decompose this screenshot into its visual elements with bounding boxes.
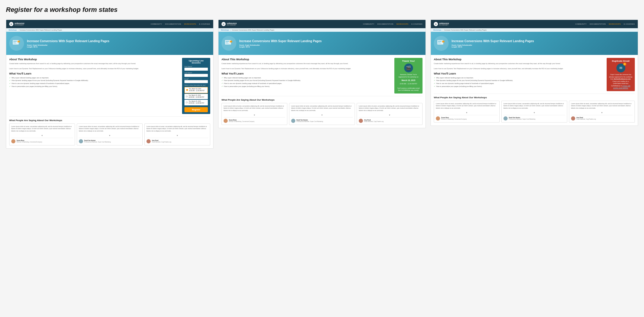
- author-avatar-2-2: [291, 119, 295, 123]
- nav-documentation[interactable]: DOCUMENTATION: [165, 23, 181, 25]
- nav-community-2[interactable]: COMMUNITY: [363, 23, 374, 25]
- testimonials-title: What People Are Saying About Our Worksho…: [9, 119, 210, 122]
- author-info-3-1: Susan Bone Director of Marketing, Conver…: [441, 117, 467, 120]
- navbar-2: U unbounce ACADEMY COMMUNITY DOCUMENTATI…: [219, 20, 425, 28]
- author-role-1: Director of Marketing, ConversionCompany: [17, 141, 42, 143]
- testimonial-arrow-3: ▼: [146, 134, 208, 137]
- testimonial-text-2: Lorem ipsum dolor sit amet, consectetur …: [79, 126, 141, 132]
- hero-title-2: Increase Conversions With Super Relevant…: [239, 39, 322, 43]
- author-role-3: Head Marketer, CopyTraders.org: [152, 141, 171, 143]
- logo: U unbounce ACADEMY: [9, 22, 24, 26]
- testimonial-arrow-2-1: ▼: [224, 114, 285, 116]
- author-role-3-3: Head Marketer, CopyTraders.org: [576, 118, 596, 120]
- nav-workshops-2[interactable]: WORKSHOPS: [396, 23, 409, 25]
- breadcrumb-sep-2: |: [230, 29, 230, 31]
- hero-content: Increase Conversions With Super Relevant…: [27, 39, 109, 48]
- nav-links-3: COMMUNITY DOCUMENTATION WORKSHOPS E-COUR…: [575, 23, 635, 25]
- testimonial-author-2-1: Susan Bone Director of Marketing, Conver…: [224, 117, 285, 123]
- testimonial-author-2-2: David Van Houten Professional Marketer, …: [291, 117, 353, 123]
- testimonial-author-3-2: David Van Houten Professional Marketer, …: [503, 115, 565, 121]
- breadcrumb-3: Workshops | Increase Conversions With Su…: [431, 28, 638, 32]
- author-info-2: David Van Houten Professional Marketer, …: [84, 140, 111, 143]
- email-input[interactable]: [184, 80, 208, 83]
- time-option-3[interactable]: Thu, March 25, 2015 10:00 AM – 11:00 AM …: [184, 100, 208, 105]
- logo-text-3: unbounce ACADEMY: [439, 22, 449, 26]
- testimonial-3-3: Lorem ipsum dolor sit amet, consectetur …: [569, 101, 635, 123]
- learn-item: How to use one dynamic landing page inst…: [221, 82, 391, 85]
- about-title: About This Workshop: [9, 58, 179, 61]
- nav-community-3[interactable]: COMMUNITY: [575, 23, 586, 25]
- svg-rect-13: [438, 43, 441, 44]
- breadcrumb: Workshops | Increase Conversions With Su…: [6, 28, 213, 32]
- logo-icon: U: [9, 22, 13, 26]
- hero-image-2: [221, 36, 236, 51]
- first-name-input[interactable]: [184, 68, 208, 71]
- author-avatar-3-3: [571, 116, 575, 121]
- two-col-layout: About This Workshop Create better market…: [9, 58, 210, 116]
- breadcrumb-parent[interactable]: Workshops: [9, 29, 17, 31]
- nav-workshops[interactable]: WORKSHOPS: [184, 23, 196, 25]
- breadcrumb-current-3: Increase Conversions With Super Relevant…: [444, 29, 487, 31]
- nav-ecourses-2[interactable]: E-COURSES: [412, 23, 423, 25]
- learn-item: How dynamic landing pages fit into your …: [9, 79, 179, 82]
- author-avatar-3-1: [436, 116, 440, 121]
- nav-workshops-3[interactable]: WORKSHOPS: [609, 23, 621, 25]
- author-info-3: Amy Pond Head Marketer, CopyTraders.org: [152, 140, 171, 143]
- testimonial-1: Lorem ipsum dolor sit amet, consectetur …: [9, 123, 75, 146]
- screen-duplicate: U unbounce ACADEMY COMMUNITY DOCUMENTATI…: [431, 20, 638, 126]
- main-content-3: About This Workshop Create better market…: [431, 55, 638, 126]
- time-option-2[interactable]: Tue, March 23, 2015 10:00 AM – 11:00 AM …: [184, 94, 208, 99]
- testimonials-grid-2: Lorem ipsum dolor sit amet, consectetur …: [221, 103, 423, 125]
- testimonial-author-2: David Van Houten Professional Marketer, …: [79, 138, 141, 143]
- about-text-3: Create better marketing experiences from…: [434, 62, 604, 70]
- author-avatar-3: [146, 139, 151, 143]
- time-option-1[interactable]: Thu, March 19, 2015 10:00 AM – 11:00 AM …: [184, 87, 208, 93]
- testimonial-author-2-3: Amy Pond Head Marketer, CopyTraders.org: [359, 117, 420, 123]
- radio-1: [186, 89, 188, 91]
- content-right-2: Thank You! 🎬 Awesome, Denise! You're reg…: [394, 58, 423, 96]
- page-title: Register for a workshop form states: [6, 6, 638, 14]
- last-name-field: Last Name*: [184, 72, 208, 77]
- first-name-field: First Name*: [184, 66, 208, 71]
- nav-community[interactable]: COMMUNITY: [151, 23, 162, 25]
- nav-ecourses[interactable]: E-COURSES: [199, 23, 210, 25]
- hero-section-3: Increase Conversions With Super Relevant…: [431, 32, 638, 55]
- about-title-2: About This Workshop: [221, 58, 391, 61]
- testimonial-text-3-1: Lorem ipsum dolor sit amet, consectetur …: [436, 103, 498, 110]
- first-name-label: First Name*: [184, 66, 208, 67]
- register-button[interactable]: Register: [184, 107, 208, 112]
- testimonial-author-3-1: Susan Bone Director of Marketing, Conver…: [436, 115, 498, 121]
- svg-rect-3: [13, 43, 16, 44]
- testimonial-text-2-2: Lorem ipsum dolor sit amet, consectetur …: [291, 105, 353, 112]
- main-content: About This Workshop Create better market…: [6, 55, 213, 148]
- learn-list: Why super relevant landing pages are so …: [9, 77, 179, 88]
- testimonial-text-3-2: Lorem ipsum dolor sit amet, consectetur …: [503, 103, 565, 110]
- svg-rect-14: [442, 41, 444, 42]
- testimonial-3-1: Lorem ipsum dolor sit amet, consectetur …: [434, 101, 500, 123]
- nav-documentation-2[interactable]: DOCUMENTATION: [377, 23, 393, 25]
- nav-ecourses-3[interactable]: E-COURSES: [624, 23, 635, 25]
- hero-meta-2: Guest: Angie Schottmuller Length: 58:41: [239, 44, 322, 48]
- testimonial-text-1: Lorem ipsum dolor sit amet, consectetur …: [11, 126, 73, 132]
- email-field: Email*: [184, 78, 208, 83]
- last-name-input[interactable]: [184, 74, 208, 77]
- nav-documentation-3[interactable]: DOCUMENTATION: [590, 23, 606, 25]
- svg-rect-9: [230, 41, 232, 42]
- breadcrumb-parent-2[interactable]: Workshops: [221, 29, 229, 31]
- author-info-2-2: David Van Houten Professional Marketer, …: [297, 119, 323, 122]
- learn-item: Why super relevant landing pages are so …: [9, 77, 179, 80]
- breadcrumb-parent-3[interactable]: Workshops: [433, 29, 441, 31]
- author-role-2-1: Director of Marketing, ConversionCompany: [229, 121, 254, 122]
- nav-links-2: COMMUNITY DOCUMENTATION WORKSHOPS E-COUR…: [363, 23, 423, 25]
- author-avatar-3-2: [503, 116, 508, 121]
- svg-rect-8: [226, 43, 229, 44]
- time-text-2: Tue, March 23, 2015 10:00 AM – 11:00 AM …: [189, 95, 204, 99]
- content-left-2: About This Workshop Create better market…: [221, 58, 391, 96]
- learn-list-3: Why super relevant landing pages are so …: [434, 77, 604, 88]
- form-title: Upcoming Live Sessions: [184, 60, 208, 64]
- breadcrumb-2: Workshops | Increase Conversions With Su…: [219, 28, 425, 32]
- thankyou-icon: 🎬: [404, 64, 413, 72]
- testimonial-text-3-3: Lorem ipsum dolor sit amet, consectetur …: [571, 103, 633, 110]
- testimonials-section-3: What People Are Saying About Our Worksho…: [434, 93, 635, 123]
- hero-content-2: Increase Conversions With Super Relevant…: [239, 39, 322, 48]
